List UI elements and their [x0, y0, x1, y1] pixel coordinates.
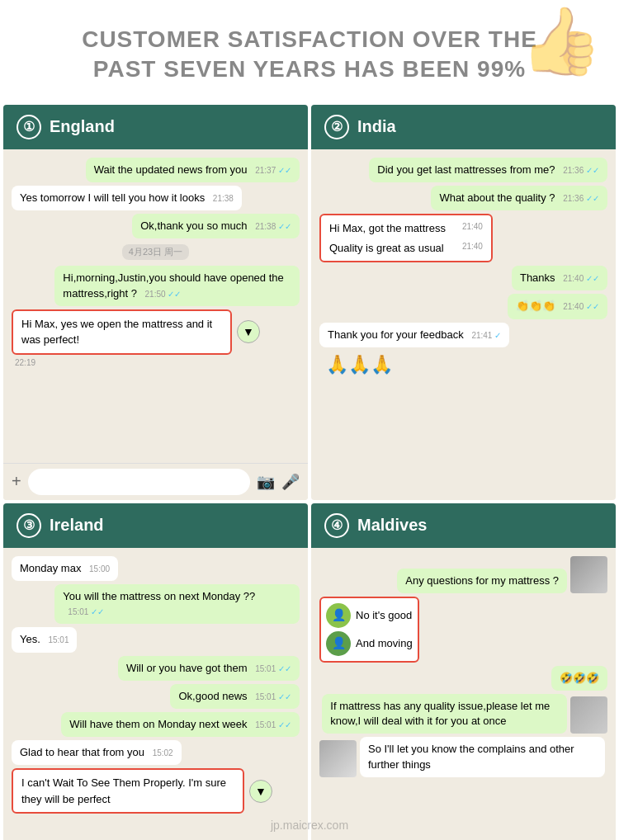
msg-time: 21:41 ✓ — [471, 331, 501, 340]
message: Monday max 15:00 — [12, 556, 118, 581]
plus-icon[interactable]: + — [12, 472, 21, 491]
panel-india-header: ② India — [311, 105, 616, 149]
message: Glad to hear that from you 15:02 — [12, 740, 182, 765]
panel-india-body: Did you get last mattresses from me? 21:… — [311, 149, 616, 463]
message: Will have them on Monday next week 15:01… — [61, 712, 300, 737]
panel-india: ② India Did you get last mattresses from… — [311, 105, 616, 500]
panel-india-number: ② — [324, 115, 349, 139]
message: If mattress has any quality issue,please… — [322, 694, 567, 734]
msg-time: 15:01 ✓✓ — [255, 720, 291, 729]
msg-row: Monday max 15:00 — [12, 556, 300, 581]
message: Ok,good news 15:01 ✓✓ — [170, 684, 300, 709]
thumbs-up-icon: 👍 — [520, 8, 602, 74]
msg-row: You will the mattress on next Monday ?? … — [12, 584, 300, 624]
msg-time: 15:02 — [153, 748, 173, 757]
message: So I'll let you know the complains and o… — [360, 737, 605, 776]
header: 👍 CUSTOMER SATISFACTION OVER THE PAST SE… — [0, 0, 619, 101]
emoji-message: 👏👏👏 21:40 ✓✓ — [508, 294, 607, 319]
panel-ireland-header: ③ Ireland — [3, 503, 308, 548]
highlight-message: Hi Max, yes we open the mattress and it … — [12, 309, 232, 355]
panel-england-number: ① — [17, 115, 41, 139]
msg-time: 15:01 ✓✓ — [255, 692, 291, 701]
msg-row: Glad to hear that from you 15:02 — [12, 740, 300, 765]
panel-maldives-header: ④ Maldives — [311, 503, 616, 548]
panel-ireland-body: Monday max 15:00 You will the mattress o… — [3, 548, 308, 840]
message: Any questions for my mattress ? — [397, 569, 567, 593]
panel-ireland-number: ③ — [17, 513, 41, 538]
chat-grid: ① England Wait the updated news from you… — [0, 101, 619, 840]
highlight-message: Hi Max, got the mattress 21:40 Quality i… — [319, 214, 493, 262]
msg-time: 21:37 ✓✓ — [255, 166, 291, 175]
msg-row: Thank you for your feedback 21:41 ✓ — [319, 323, 607, 347]
msg-row: Will have them on Monday next week 15:01… — [12, 712, 300, 737]
message: Thanks 21:40 ✓✓ — [512, 266, 607, 290]
panel-maldives-country: Maldives — [357, 516, 427, 535]
msg-row: Any questions for my mattress ? — [319, 556, 607, 593]
msg-row: So I'll let you know the complains and o… — [319, 737, 607, 776]
msg-row: Ok,good news 15:01 ✓✓ — [12, 684, 300, 709]
msg-row: 🤣🤣🤣 — [319, 666, 607, 691]
emoji-row: 🙏🙏🙏 — [319, 351, 399, 379]
date-label: 4月23日 周一 — [122, 244, 189, 260]
emoji-message: 🤣🤣🤣 — [551, 666, 607, 691]
msg-time: 21:38 — [213, 194, 234, 203]
msg-row: Hi,morning,Justin,you should have opened… — [12, 266, 300, 305]
msg-time: 21:40 ✓✓ — [563, 302, 599, 311]
msg-row: Yes tomorrow I will tell you how it look… — [12, 186, 300, 210]
msg-time: 21:36 ✓✓ — [563, 166, 599, 175]
msg-time: 15:01 ✓✓ — [255, 664, 291, 673]
message: Yes tomorrow I will tell you how it look… — [12, 186, 242, 210]
msg-row: What about the quality ? 21:36 ✓✓ — [319, 186, 607, 210]
msg-time: 21:36 ✓✓ — [563, 194, 599, 203]
msg-time: 15:01 — [48, 635, 69, 644]
msg-row: Thanks 21:40 ✓✓ — [319, 266, 607, 290]
message-input[interactable] — [28, 469, 250, 495]
msg-time: 15:01 ✓✓ — [68, 607, 104, 616]
panel-india-country: India — [357, 117, 396, 136]
panel-ireland: ③ Ireland Monday max 15:00 You will the … — [3, 503, 308, 840]
msg-time: 21:38 ✓✓ — [255, 222, 291, 231]
message: Hi,morning,Justin,you should have opened… — [54, 266, 300, 305]
panel-maldives-body: Any questions for my mattress ? 👤 No it'… — [311, 548, 616, 840]
msg-row: 👏👏👏 21:40 ✓✓ — [319, 294, 607, 319]
message: Ok,thank you so much 21:38 ✓✓ — [132, 214, 300, 238]
panel-ireland-country: Ireland — [50, 516, 104, 535]
msg-time: 21:50 ✓✓ — [145, 290, 182, 299]
msg-row: Did you get last mattresses from me? 21:… — [319, 158, 607, 182]
message: What about the quality ? 21:36 ✓✓ — [431, 186, 607, 210]
message: Wait the updated news from you 21:37 ✓✓ — [86, 158, 300, 182]
msg-row: Will or you have got them 15:01 ✓✓ — [12, 656, 300, 681]
panel-england-body: Wait the updated news from you 21:37 ✓✓ … — [3, 149, 308, 463]
panel-maldives-number: ④ — [324, 513, 349, 538]
message: Did you get last mattresses from me? 21:… — [369, 158, 607, 182]
panel-england-country: England — [50, 117, 115, 136]
message: Thank you for your feedback 21:41 ✓ — [319, 323, 509, 347]
msg-row: Ok,thank you so much 21:38 ✓✓ — [12, 214, 300, 238]
message: Yes. 15:01 — [12, 627, 77, 652]
message: Will or you have got them 15:01 ✓✓ — [118, 656, 300, 681]
msg-row: Wait the updated news from you 21:37 ✓✓ — [12, 158, 300, 182]
panel-england-header: ① England — [3, 105, 308, 149]
msg-time: 21:40 ✓✓ — [563, 274, 599, 283]
camera-icon[interactable]: 📷 — [257, 473, 275, 491]
panel-england: ① England Wait the updated news from you… — [3, 105, 308, 500]
msg-row: Yes. 15:01 — [12, 627, 300, 652]
msg-row: If mattress has any quality issue,please… — [319, 694, 607, 734]
message: You will the mattress on next Monday ?? … — [54, 584, 300, 624]
panel-maldives: ④ Maldives Any questions for my mattress… — [311, 503, 616, 840]
msg-time: 15:00 — [89, 564, 110, 573]
highlight-message-maldives: 👤 No it's good 👤 And moving — [319, 597, 419, 663]
mic-icon[interactable]: 🎤 — [281, 473, 300, 491]
header-title: CUSTOMER SATISFACTION OVER THE PAST SEVE… — [17, 25, 602, 85]
highlight-message: I can't Wait To See Them Properly. I'm s… — [12, 768, 244, 814]
chat-input-bar: + 📷 🎤 — [3, 463, 308, 500]
